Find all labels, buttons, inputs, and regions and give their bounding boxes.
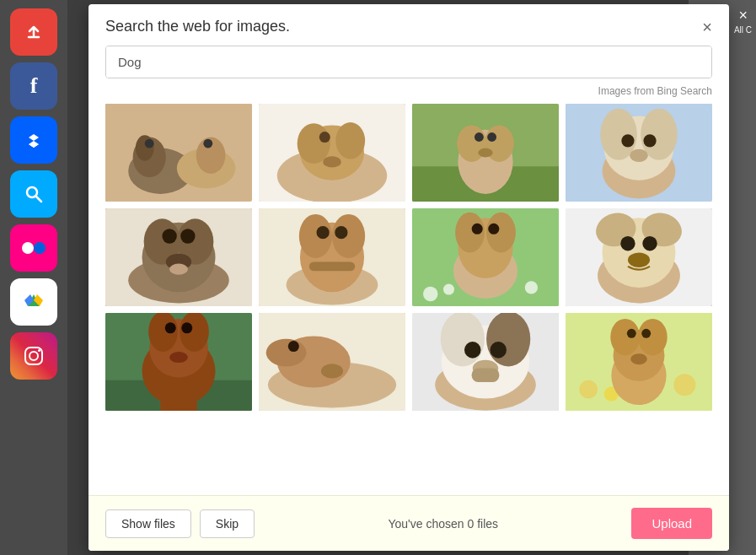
image-grid-container[interactable] <box>88 104 729 495</box>
svg-point-95 <box>464 342 481 358</box>
sidebar-icon-search[interactable] <box>10 170 57 218</box>
svg-point-72 <box>642 236 657 251</box>
svg-point-13 <box>136 135 154 160</box>
top-right-label: All C <box>734 25 752 35</box>
image-cell[interactable] <box>259 104 405 202</box>
svg-point-93 <box>441 313 485 366</box>
svg-point-22 <box>323 156 341 167</box>
svg-point-6 <box>29 352 38 360</box>
svg-point-73 <box>628 253 650 267</box>
svg-rect-55 <box>309 261 355 271</box>
image-cell[interactable] <box>105 313 252 411</box>
svg-point-4 <box>34 242 46 254</box>
svg-point-87 <box>266 339 307 367</box>
svg-point-19 <box>298 123 330 164</box>
sidebar-icon-dropbox[interactable] <box>10 116 57 164</box>
svg-point-59 <box>525 281 538 294</box>
image-cell[interactable] <box>412 313 559 411</box>
svg-point-102 <box>673 374 695 396</box>
svg-point-3 <box>22 242 34 254</box>
image-cell[interactable] <box>259 313 405 411</box>
svg-point-54 <box>335 226 347 239</box>
image-cell[interactable] <box>412 104 559 202</box>
show-files-button[interactable]: Show files <box>105 509 191 538</box>
sidebar-icon-google-drive[interactable] <box>10 278 57 326</box>
image-cell[interactable] <box>412 208 559 306</box>
image-cell[interactable] <box>259 208 405 306</box>
svg-point-58 <box>443 284 454 295</box>
svg-point-44 <box>162 229 176 243</box>
image-search-modal: Search the web for images. × Images from… <box>88 4 729 551</box>
svg-point-82 <box>169 352 188 363</box>
svg-point-36 <box>621 134 634 147</box>
svg-point-64 <box>472 224 483 234</box>
svg-rect-98 <box>472 369 500 382</box>
svg-point-89 <box>321 364 343 378</box>
svg-point-71 <box>620 236 635 251</box>
bing-attribution: Images from Bing Search <box>88 85 729 104</box>
top-right-close[interactable]: × <box>738 7 748 24</box>
svg-point-20 <box>335 122 365 159</box>
svg-point-21 <box>319 132 330 143</box>
image-cell[interactable] <box>566 208 712 306</box>
sidebar-icon-upload[interactable] <box>10 8 57 56</box>
svg-point-94 <box>486 313 530 366</box>
svg-point-100 <box>579 380 598 399</box>
search-input[interactable] <box>106 46 711 78</box>
upload-button[interactable]: Upload <box>631 508 712 539</box>
svg-point-30 <box>478 148 492 158</box>
modal-title: Search the web for images. <box>105 18 290 35</box>
svg-point-81 <box>181 322 192 333</box>
svg-point-108 <box>641 329 651 338</box>
svg-point-107 <box>627 329 636 338</box>
svg-point-57 <box>423 287 437 301</box>
svg-point-14 <box>145 139 154 148</box>
svg-point-96 <box>490 342 507 358</box>
search-bar <box>105 46 712 78</box>
sidebar-icon-instagram[interactable] <box>10 332 57 380</box>
image-cell[interactable] <box>566 313 712 411</box>
svg-point-7 <box>38 349 40 352</box>
sidebar-icon-facebook[interactable]: f <box>10 62 57 110</box>
svg-point-106 <box>638 319 668 356</box>
image-cell[interactable] <box>566 104 712 202</box>
svg-rect-83 <box>160 380 197 411</box>
image-grid <box>105 104 712 411</box>
chosen-files-label: You've chosen 0 files <box>388 517 498 531</box>
svg-point-28 <box>475 132 484 142</box>
svg-point-29 <box>487 132 496 142</box>
svg-point-109 <box>630 353 647 364</box>
svg-point-53 <box>317 226 330 239</box>
svg-point-38 <box>630 149 648 162</box>
footer-actions-left: Show files Skip <box>105 509 255 538</box>
sidebar: f <box>0 0 67 555</box>
svg-point-105 <box>610 319 640 356</box>
svg-point-65 <box>488 224 499 234</box>
svg-line-2 <box>36 197 42 202</box>
svg-point-15 <box>203 139 212 148</box>
svg-point-80 <box>165 322 176 333</box>
modal-header: Search the web for images. × <box>88 4 729 46</box>
svg-point-47 <box>169 264 188 275</box>
sidebar-icon-flickr[interactable] <box>10 224 57 272</box>
svg-point-88 <box>288 341 299 352</box>
svg-point-45 <box>180 229 195 243</box>
modal-footer: Show files Skip You've chosen 0 files Up… <box>88 495 729 551</box>
modal-close-button[interactable]: × <box>702 19 712 35</box>
image-cell[interactable] <box>105 104 252 202</box>
image-cell[interactable] <box>105 208 252 306</box>
svg-point-37 <box>643 134 656 147</box>
skip-button[interactable]: Skip <box>200 509 255 538</box>
